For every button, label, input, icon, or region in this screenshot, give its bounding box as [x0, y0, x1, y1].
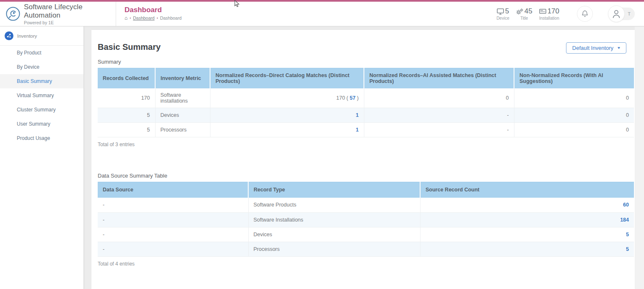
stat-title-value: 45	[525, 7, 532, 15]
page-title: Dashboard	[125, 6, 496, 14]
person-icon	[612, 9, 621, 18]
sidebar-section-inventory[interactable]: Inventory	[0, 26, 83, 46]
inventory-selector-dropdown[interactable]: Default Inventory ▼	[566, 42, 626, 54]
table-cell: 5	[420, 227, 634, 242]
sidebar-item-by-device[interactable]: By Device	[0, 60, 83, 74]
stat-device-value: 5	[505, 7, 509, 15]
cell-link-value[interactable]: 1	[356, 112, 359, 118]
table-row: -Software Products60	[98, 198, 634, 212]
cell-link-value[interactable]: 5	[626, 246, 629, 252]
home-icon[interactable]: ⌂	[125, 15, 127, 21]
bell-icon	[582, 10, 588, 18]
app-title: Software Lifecycle Automation	[24, 3, 116, 20]
cell-value: 5	[147, 127, 150, 133]
col-records-collected[interactable]: Records Collected	[98, 68, 155, 88]
chevron-down-icon: ▼	[617, 46, 621, 50]
main-content: Basic Summary Default Inventory ▼ Summar…	[91, 30, 635, 289]
brand-block: Software Lifecycle Automation Powered by…	[0, 2, 116, 26]
data-source-total: Total of 4 entries	[98, 261, 635, 267]
table-cell: 170	[98, 88, 155, 108]
table-row: -Devices5	[98, 227, 634, 242]
table-cell: -	[98, 212, 248, 227]
cell-value: Processors	[161, 127, 187, 133]
app-subtitle: Powered by 1E	[24, 20, 116, 25]
col-source-record-count[interactable]: Source Record Count	[420, 182, 634, 198]
app-header: Software Lifecycle Automation Powered by…	[0, 2, 644, 26]
cell-value: 0	[506, 95, 509, 101]
cell-link-value[interactable]: 5	[626, 232, 629, 237]
breadcrumb-link[interactable]: Dashboard	[133, 15, 154, 21]
table-cell: Software Products	[248, 198, 420, 212]
summary-table-body: 170Software installations170 ( 57 )005De…	[98, 88, 634, 137]
cell-link-value[interactable]: 60	[623, 202, 629, 208]
user-menu[interactable]: T	[608, 5, 635, 22]
cell-value: -	[507, 112, 509, 118]
sidebar-item-by-product[interactable]: By Product	[0, 46, 83, 60]
table-cell: 5	[98, 122, 155, 137]
data-source-header-row: Data Source Record Type Source Record Co…	[98, 182, 634, 198]
table-cell: 0	[514, 122, 634, 137]
table-cell: -	[98, 227, 248, 242]
sidebar-item-product-usage[interactable]: Product Usage	[0, 131, 83, 145]
table-cell: 184	[420, 212, 634, 227]
table-row: 5Processors1-0	[98, 122, 634, 137]
mouse-cursor	[234, 0, 240, 8]
table-cell: Devices	[248, 227, 420, 242]
cell-value: -	[103, 232, 104, 237]
breadcrumb-current: Dashboard	[160, 15, 182, 21]
cell-value: 5	[147, 112, 150, 118]
cell-value: 0	[626, 127, 629, 133]
col-data-source[interactable]: Data Source	[98, 182, 248, 198]
sidebar-item-cluster-summary[interactable]: Cluster Summary	[0, 103, 83, 117]
table-cell: 5	[98, 108, 155, 122]
table-row: -Software Installations184	[98, 212, 634, 227]
sidebar-item-basic-summary[interactable]: Basic Summary	[0, 74, 83, 88]
notifications-button[interactable]	[577, 6, 593, 22]
cell-value: Devices	[254, 232, 272, 237]
table-cell: Software installations	[155, 88, 210, 108]
cell-value: -	[103, 202, 104, 208]
cell-value: Software Products	[254, 202, 296, 208]
col-inventory-metric[interactable]: Inventory Metric	[155, 68, 210, 88]
table-cell: 170 ( 57 )	[210, 88, 364, 108]
sidebar-item-virtual-summary[interactable]: Virtual Summary	[0, 88, 83, 103]
sidebar-item-user-summary[interactable]: User Summary	[0, 117, 83, 131]
avatar[interactable]	[608, 5, 625, 22]
table-cell: 1	[210, 108, 364, 122]
monitor-icon	[497, 8, 504, 15]
cell-link-value[interactable]: 57	[350, 95, 356, 101]
summary-table-header-row: Records Collected Inventory Metric Norma…	[98, 68, 634, 88]
cell-value: Processors	[254, 246, 280, 252]
breadcrumb: ⌂ › Dashboard › Dashboard	[125, 15, 496, 21]
table-cell: 0	[364, 88, 514, 108]
chevron-right-icon: ›	[130, 16, 131, 20]
cell-link-value[interactable]: 184	[620, 217, 629, 223]
stat-device: 5 Device	[496, 7, 509, 21]
col-record-type[interactable]: Record Type	[248, 182, 420, 198]
stat-title-label: Title	[516, 16, 532, 21]
inventory-selector-label: Default Inventory	[572, 45, 613, 51]
table-cell: -	[98, 198, 248, 212]
stat-device-label: Device	[496, 16, 509, 21]
stat-installation: 170 Installation	[539, 7, 559, 21]
cell-value: 170	[141, 95, 150, 101]
inventory-icon	[5, 31, 13, 40]
table-cell: -	[364, 108, 514, 122]
table-cell: Software Installations	[248, 212, 420, 227]
installation-icon	[539, 8, 546, 14]
cell-value: 0	[626, 95, 629, 101]
header-stats: 5 Device 45 Title	[496, 7, 559, 21]
gears-icon	[516, 8, 523, 15]
col-direct-catalog-matches[interactable]: Normalized Records–Direct Catalog Matche…	[210, 68, 364, 88]
chevron-right-icon: ›	[157, 16, 158, 20]
cell-value: -	[103, 246, 104, 252]
col-ai-assisted-matches[interactable]: Normalized Records–AI Assisted Matches (…	[364, 68, 514, 88]
data-source-table-body: -Software Products60-Software Installati…	[98, 198, 634, 256]
col-non-normalized[interactable]: Non-Normalized Records (With AI Suggesti…	[514, 68, 634, 88]
cell-value: -	[103, 217, 104, 223]
brand-text: Software Lifecycle Automation Powered by…	[24, 3, 116, 25]
sidebar-section-label: Inventory	[17, 34, 37, 39]
cell-link-value[interactable]: 1	[356, 127, 359, 133]
table-cell: 1	[210, 122, 364, 137]
table-cell: 60	[420, 198, 634, 212]
